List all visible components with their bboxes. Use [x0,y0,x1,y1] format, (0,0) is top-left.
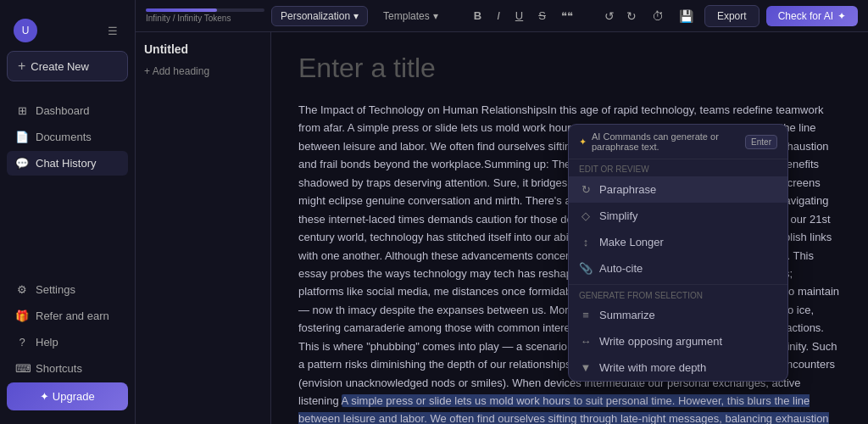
main-area: Infinity / Infinity Tokens Personalizati… [136,0,868,424]
token-progress: Infinity / Infinity Tokens [146,8,264,23]
ai-make-longer-item[interactable]: ↕ Make Longer [569,229,787,255]
sidebar-item-label: Dashboard [36,104,90,117]
export-button[interactable]: Export [704,5,760,27]
sidebar-item-label: Shortcuts [36,362,82,375]
ai-auto-cite-item[interactable]: 📎 Auto-cite [569,255,787,282]
progress-label: Infinity / Infinity Tokens [146,14,264,23]
documents-icon: 📄 [15,131,29,143]
shortcuts-icon: ⌨ [15,362,29,375]
doc-title[interactable]: Untitled [144,42,262,56]
create-new-label: Create New [31,60,89,73]
add-heading-button[interactable]: + Add heading [144,63,262,80]
history-button[interactable]: ⏱ [648,7,668,25]
page-title[interactable]: Enter a title [298,53,841,84]
ai-item-label: Summarize [599,309,655,321]
sidebar-item-label: Chat History [36,157,97,170]
upgrade-label: ✦ Upgrade [40,390,94,403]
ai-item-label: Paraphrase [599,183,656,196]
chevron-down-icon: ▾ [353,10,359,22]
more-depth-icon: ▼ [579,361,593,374]
topbar: Infinity / Infinity Tokens Personalizati… [136,0,868,32]
undo-button[interactable]: ↺ [600,7,619,25]
ai-paraphrase-item[interactable]: ↻ Paraphrase [569,176,787,203]
upgrade-button[interactable]: ✦ Upgrade [7,382,128,410]
format-toolbar: B I U S ❝❝ [455,7,592,25]
create-new-button[interactable]: + Create New [7,51,128,81]
templates-label: Templates [383,10,430,22]
sidebar: U ☰ + Create New ⊞ Dashboard 📄 Documents… [0,0,136,424]
ai-simplify-item[interactable]: ◇ Simplify [569,203,787,229]
avatar: U [14,19,37,42]
ai-item-label: Simplify [599,209,638,222]
add-heading-label: + Add heading [144,65,209,77]
help-icon: ? [15,336,29,349]
topbar-left: Infinity / Infinity Tokens Personalizati… [146,6,447,26]
strikethrough-button[interactable]: S [534,7,550,25]
make-longer-icon: ↕ [579,236,593,248]
editor-main[interactable]: Enter a title The Impact of Technology o… [271,32,868,424]
chevron-down-icon: ▾ [433,10,438,22]
ai-divider [569,284,787,285]
summarize-icon: ≡ [579,309,593,321]
enter-button[interactable]: Enter [745,135,777,149]
simplify-icon: ◇ [579,209,593,222]
undo-redo-group: ↺ ↻ [600,7,641,25]
sidebar-item-settings[interactable]: ⚙ Settings [7,277,128,302]
check-ai-label: Check for AI [778,10,833,22]
redo-button[interactable]: ↻ [622,7,641,25]
sidebar-item-dashboard[interactable]: ⊞ Dashboard [7,98,128,123]
settings-icon: ⚙ [15,283,29,296]
sidebar-item-refer[interactable]: 🎁 Refer and earn [7,304,128,328]
sidebar-toggle-icon[interactable]: ☰ [104,22,121,39]
doc-title-area: Untitled + Add heading [144,42,262,80]
ai-summarize-item[interactable]: ≡ Summarize [569,302,787,328]
ai-star-icon: ✦ [579,137,587,148]
ai-opposing-item[interactable]: ↔ Write opposing argument [569,328,787,354]
sidebar-item-label: Settings [36,283,75,296]
opposing-icon: ↔ [579,335,593,348]
personalization-button[interactable]: Personalization ▾ [271,6,368,26]
underline-button[interactable]: U [511,7,527,25]
sidebar-item-chat-history[interactable]: 💬 Chat History [7,151,128,176]
ai-header-text: ✦ AI Commands can generate or paraphrase… [579,131,745,152]
sidebar-item-label: Refer and earn [36,310,109,322]
ai-dropdown: ✦ AI Commands can generate or paraphrase… [568,124,788,382]
templates-button[interactable]: Templates ▾ [375,7,447,25]
plus-icon: + [18,59,25,74]
sidebar-item-documents[interactable]: 📄 Documents [7,125,128,149]
ai-more-depth-item[interactable]: ▼ Write with more depth [569,354,787,381]
dashboard-icon: ⊞ [15,104,29,117]
sidebar-item-label: Documents [36,131,92,143]
editor-container: Untitled + Add heading Enter a title The… [136,32,868,424]
paraphrase-icon: ↻ [579,183,593,196]
progress-bar-bg [146,8,264,12]
quote-button[interactable]: ❝❝ [557,7,577,25]
ai-edit-section-label: Edit or review [569,159,787,176]
sidebar-item-help[interactable]: ? Help [7,330,128,354]
save-button[interactable]: 💾 [675,7,698,25]
ai-item-label: Auto-cite [599,262,643,275]
sidebar-nav: ⊞ Dashboard 📄 Documents 💬 Chat History [0,88,135,271]
auto-cite-icon: 📎 [579,262,593,275]
topbar-right: ↺ ↻ ⏱ 💾 Export Check for AI ✦ [600,5,858,27]
sidebar-item-label: Help [36,336,58,349]
personalization-label: Personalization [281,10,350,22]
progress-bar-fill [146,8,217,12]
doc-panel: Untitled + Add heading [136,32,271,424]
avatar-area: U ☰ [7,14,128,47]
chat-icon: 💬 [15,157,29,170]
sidebar-top: U ☰ + Create New [0,7,135,88]
sidebar-item-shortcuts[interactable]: ⌨ Shortcuts [7,356,128,381]
ai-item-label: Write with more depth [599,361,706,374]
bold-button[interactable]: B [470,7,486,25]
sidebar-bottom-nav: ⚙ Settings 🎁 Refer and earn ? Help ⌨ Sho… [0,271,135,417]
italic-button[interactable]: I [492,7,504,25]
ai-header-description: AI Commands can generate or paraphrase t… [592,131,745,152]
refer-icon: 🎁 [15,310,29,322]
check-ai-button[interactable]: Check for AI ✦ [766,6,858,26]
ai-item-label: Make Longer [599,236,664,248]
export-label: Export [717,10,747,22]
ai-dropdown-header: ✦ AI Commands can generate or paraphrase… [569,125,787,159]
ai-item-label: Write opposing argument [599,335,722,348]
ai-star-icon: ✦ [837,10,846,22]
